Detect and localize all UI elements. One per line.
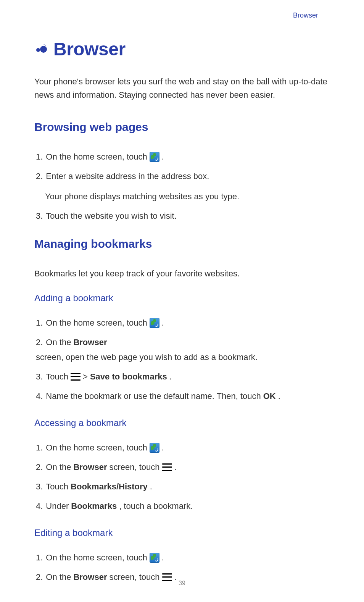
step-number: 4.: [36, 500, 43, 512]
subsection-adding-title: Adding a bookmark: [34, 293, 330, 303]
bold-text: Bookmarks: [71, 500, 117, 512]
document-page: Browser Browser Your phone's browser let…: [0, 0, 364, 602]
step-text: .: [150, 480, 152, 493]
step-text: Touch: [46, 370, 68, 383]
step-number: 1.: [36, 551, 43, 564]
step-text: , touch a bookmark.: [119, 500, 193, 512]
list-item: 1. On the home screen, touch .: [36, 316, 330, 329]
step-number: 2.: [36, 170, 43, 182]
list-item: 1. On the home screen, touch .: [36, 551, 330, 564]
list-item: 1. On the home screen, touch .: [36, 441, 330, 454]
bold-text: Browser: [73, 336, 107, 349]
title-row: Browser: [34, 39, 330, 60]
step-text: On the home screen, touch: [46, 316, 147, 329]
browser-app-icon: [150, 152, 159, 162]
editing-steps: 1. On the home screen, touch . 2. On the…: [34, 551, 330, 583]
step-subtext: Your phone displays matching websites as…: [36, 190, 330, 203]
step-text: On the home screen, touch: [46, 551, 147, 564]
accessing-steps: 1. On the home screen, touch . 2. On the…: [34, 441, 330, 512]
step-text: Enter a website address in the address b…: [46, 170, 209, 182]
adding-steps: 1. On the home screen, touch . 2. On the…: [34, 316, 330, 402]
step-text: Name the bookmark or use the default nam…: [46, 390, 261, 402]
step-text: .: [169, 370, 172, 383]
step-text: screen, open the web page you wish to ad…: [36, 351, 258, 363]
list-item: 4. Under Bookmarks , touch a bookmark.: [36, 500, 330, 512]
list-item: 4. Name the bookmark or use the default …: [36, 390, 330, 402]
step-number: 1.: [36, 441, 43, 454]
step-text: On the home screen, touch: [46, 441, 147, 454]
step-text: .: [162, 150, 164, 163]
page-title: Browser: [53, 39, 126, 60]
svg-point-0: [36, 48, 40, 52]
bold-text: Save to bookmarks: [90, 370, 167, 383]
step-number: 1.: [36, 316, 43, 329]
step-text: On the: [46, 336, 71, 349]
list-item: 2. Enter a website address in the addres…: [36, 170, 330, 203]
header-section-label: Browser: [34, 11, 330, 19]
menu-icon: [71, 373, 81, 381]
step-number: 3.: [36, 370, 43, 383]
step-text: On the home screen, touch: [46, 150, 147, 163]
list-item: 3. Touch the website you wish to visit.: [36, 210, 330, 222]
step-text: .: [278, 390, 280, 402]
svg-point-1: [40, 46, 47, 53]
list-item: 2. On the Browser screen, open the web p…: [36, 336, 330, 363]
subsection-editing-title: Editing a bookmark: [34, 528, 330, 538]
list-item: 2. On the Browser screen, touch .: [36, 461, 330, 473]
step-text: >: [83, 370, 88, 383]
menu-icon: [162, 463, 172, 471]
section-bullet-icon: [34, 42, 48, 57]
step-number: 2.: [36, 336, 43, 349]
step-text: .: [162, 441, 164, 454]
step-text: .: [162, 316, 164, 329]
step-number: 4.: [36, 390, 43, 402]
section-browsing-title: Browsing web pages: [34, 121, 330, 134]
managing-intro: Bookmarks let you keep track of your fav…: [34, 267, 330, 280]
step-number: 3.: [36, 210, 43, 222]
browsing-steps: 1. On the home screen, touch . 2. Enter …: [34, 150, 330, 222]
browser-app-icon: [150, 443, 159, 453]
list-item: 1. On the home screen, touch .: [36, 150, 330, 163]
section-managing-title: Managing bookmarks: [34, 237, 330, 250]
step-text: On the: [46, 461, 71, 473]
step-text: .: [174, 461, 177, 473]
step-number: 3.: [36, 480, 43, 493]
step-text: Touch the website you wish to visit.: [46, 210, 176, 222]
page-number: 39: [0, 580, 364, 587]
step-number: 1.: [36, 150, 43, 163]
step-text: Under: [46, 500, 69, 512]
bold-text: OK: [263, 390, 276, 402]
bold-text: Browser: [73, 461, 107, 473]
bold-text: Bookmarks/History: [71, 480, 148, 493]
subsection-accessing-title: Accessing a bookmark: [34, 418, 330, 428]
browser-app-icon: [150, 318, 159, 328]
step-text: screen, touch: [109, 461, 159, 473]
list-item: 3. Touch > Save to bookmarks .: [36, 370, 330, 383]
step-text: Touch: [46, 480, 68, 493]
intro-text: Your phone's browser lets you surf the w…: [34, 75, 330, 102]
list-item: 3. Touch Bookmarks/History .: [36, 480, 330, 493]
browser-app-icon: [150, 553, 159, 563]
step-text: .: [162, 551, 164, 564]
step-number: 2.: [36, 461, 43, 473]
